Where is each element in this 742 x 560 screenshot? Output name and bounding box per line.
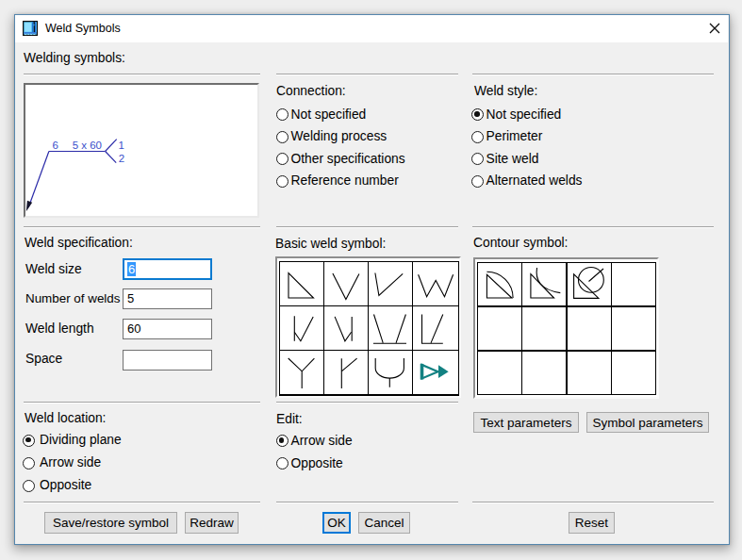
svg-text:2: 2 xyxy=(119,153,124,164)
svg-text:5 x 60: 5 x 60 xyxy=(73,140,102,151)
svg-text:1: 1 xyxy=(118,140,124,151)
svg-text:6: 6 xyxy=(53,140,58,151)
